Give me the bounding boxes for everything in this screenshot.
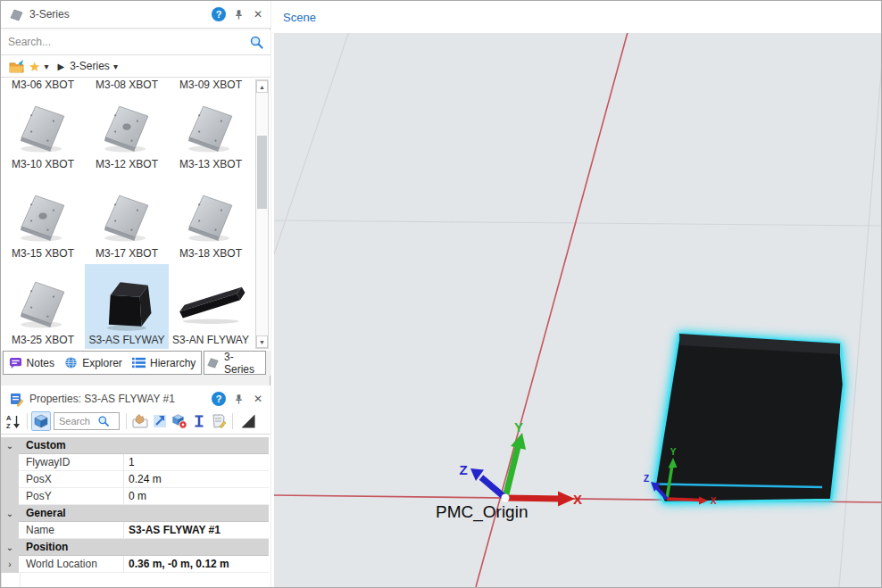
flyway-bar-icon	[171, 274, 251, 333]
flyway-box-icon	[96, 274, 157, 333]
scroll-down-button[interactable]: ▼	[256, 335, 268, 348]
pin-icon	[232, 8, 245, 21]
property-row-name: Name S3-AS FLYWAY #1	[1, 522, 269, 539]
properties-panel-icon	[9, 392, 24, 407]
axis-y-label: Y	[514, 419, 523, 435]
list-item[interactable]: M3-12 XBOT	[85, 94, 169, 173]
flyway-axis-y-label: Y	[670, 447, 677, 457]
list-item[interactable]: M3-25 XBOT	[1, 264, 85, 349]
scene-viewport[interactable]: Y X Z X Y Z PMC_Origin	[274, 33, 882, 587]
xbot-plate-icon	[96, 187, 157, 246]
toolbar-separator	[126, 413, 127, 429]
tab-3-series-active[interactable]: 3-Series	[204, 351, 266, 375]
list-item[interactable]: M3-08 XBOT	[85, 78, 169, 94]
help-icon: ?	[212, 392, 226, 406]
breadcrumb-arrow-icon[interactable]: ▶	[57, 62, 64, 71]
row-expand-icon[interactable]: ›	[1, 556, 19, 573]
breadcrumb-root[interactable]: 3-Series	[70, 60, 110, 72]
browser-panel-title: 3-Series	[29, 8, 209, 21]
scrollbar-thumb[interactable]	[257, 136, 267, 209]
properties-search-input[interactable]	[54, 416, 97, 427]
close-button[interactable]: ✕	[248, 4, 268, 24]
cube-icon	[33, 413, 49, 429]
browser-search-row	[1, 29, 270, 55]
grid-scrollbar[interactable]: ▲ ▼	[255, 79, 269, 349]
properties-panel-title: Properties: S3-AS FLYWAY #1	[29, 393, 209, 405]
scene-canvas[interactable]: Y X Z X Y Z PMC_Origin	[274, 33, 882, 587]
sort-alphabetical-button[interactable]: A Z	[4, 411, 23, 431]
section-header-position[interactable]: ⌄ Position	[1, 539, 269, 556]
list-item[interactable]: S3-AN FLYWAY	[169, 264, 253, 349]
toolbar-overflow-button[interactable]	[238, 411, 258, 431]
edit-notes-button[interactable]	[209, 411, 229, 431]
app-window: 3-Series ? ✕ ★ ▾ ▶ 3-Series ▾ M3-06 XBOT…	[0, 0, 882, 588]
list-item[interactable]: M3-13 XBOT	[169, 94, 253, 173]
dock-tab-bar: Notes Explorer Hierarchy 3-Series	[1, 351, 270, 376]
cube-badge-icon	[171, 413, 187, 429]
tab-notes[interactable]: Notes	[7, 356, 56, 369]
export-button[interactable]	[150, 411, 170, 431]
svg-text:Z: Z	[6, 422, 11, 430]
tab-hierarchy[interactable]: Hierarchy	[130, 356, 197, 369]
section-chevron-icon[interactable]: ⌄	[1, 505, 19, 522]
explorer-icon	[64, 356, 78, 369]
open-folder-icon[interactable]	[8, 58, 25, 74]
properties-toolbar: A Z	[1, 409, 270, 435]
notepad-pencil-icon	[211, 413, 227, 429]
property-row-flywayid: FlywayID 1	[1, 454, 269, 471]
favorites-dropdown-caret-icon[interactable]: ▾	[44, 62, 48, 71]
ibeam-icon	[191, 413, 207, 429]
list-item[interactable]: M3-09 XBOT	[169, 78, 253, 94]
left-dock: 3-Series ? ✕ ★ ▾ ▶ 3-Series ▾ M3-06 XBOT…	[1, 1, 270, 588]
object-view-toggle-button[interactable]	[31, 411, 51, 431]
pin-button[interactable]	[229, 389, 248, 409]
search-icon[interactable]	[97, 415, 110, 427]
breadcrumb-caret-icon[interactable]: ▾	[113, 62, 118, 71]
list-item[interactable]: M3-10 XBOT	[1, 94, 85, 173]
list-item[interactable]: M3-06 XBOT	[1, 78, 85, 94]
section-chevron-icon[interactable]: ⌄	[1, 437, 19, 454]
pmc-origin-label: PMC_Origin	[436, 502, 528, 522]
property-grid-empty-area	[1, 573, 269, 588]
flyway-object-selected[interactable]	[655, 334, 844, 502]
browser-search-input[interactable]	[1, 36, 249, 48]
property-grid: ⌄ Custom FlywayID 1 PosX 0.24 m PosY 0 m	[1, 435, 270, 588]
scene-document: Scene	[271, 1, 882, 588]
section-chevron-icon[interactable]: ⌄	[1, 539, 19, 556]
section-header-custom[interactable]: ⌄ Custom	[1, 437, 269, 454]
remove-object-button[interactable]	[170, 411, 189, 431]
hierarchy-icon	[132, 356, 146, 369]
close-icon: ✕	[254, 393, 262, 405]
select-tool-button[interactable]	[130, 411, 150, 431]
help-icon: ?	[212, 7, 226, 21]
browser-panel-titlebar: 3-Series ? ✕	[1, 1, 270, 29]
list-item[interactable]: M3-17 XBOT	[85, 173, 169, 262]
origin-point	[502, 494, 510, 502]
measure-button[interactable]	[189, 411, 209, 431]
list-item-selected[interactable]: S3-AS FLYWAY	[85, 264, 169, 349]
tab-explorer[interactable]: Explorer	[62, 356, 124, 369]
xbot-plate-icon	[12, 274, 73, 333]
section-header-general[interactable]: ⌄ General	[1, 505, 269, 522]
xbot-plate-icon	[180, 187, 241, 246]
close-button[interactable]: ✕	[248, 389, 268, 409]
breadcrumb: ★ ▾ ▶ 3-Series ▾	[1, 55, 270, 78]
xbot-plate-icon	[180, 98, 241, 157]
pin-icon	[232, 393, 245, 406]
scroll-up-button[interactable]: ▲	[256, 80, 268, 93]
tab-scene[interactable]: Scene	[283, 11, 316, 24]
pin-button[interactable]	[229, 4, 248, 24]
arrow-up-right-icon	[152, 413, 168, 429]
corner-triangle-icon	[240, 413, 256, 429]
toolbar-separator	[27, 413, 28, 429]
help-button[interactable]: ?	[209, 389, 229, 409]
list-item[interactable]: M3-15 XBOT	[1, 173, 85, 262]
list-item[interactable]: M3-18 XBOT	[169, 173, 253, 262]
search-icon[interactable]	[249, 35, 264, 50]
dock-tabs-group: Notes Explorer Hierarchy	[3, 351, 202, 375]
flyway-icon	[206, 356, 220, 369]
favorite-star-icon[interactable]: ★	[29, 60, 40, 73]
xbot-plate-hole-icon	[12, 187, 73, 246]
help-button[interactable]: ?	[209, 4, 229, 24]
properties-search-box	[54, 412, 120, 430]
